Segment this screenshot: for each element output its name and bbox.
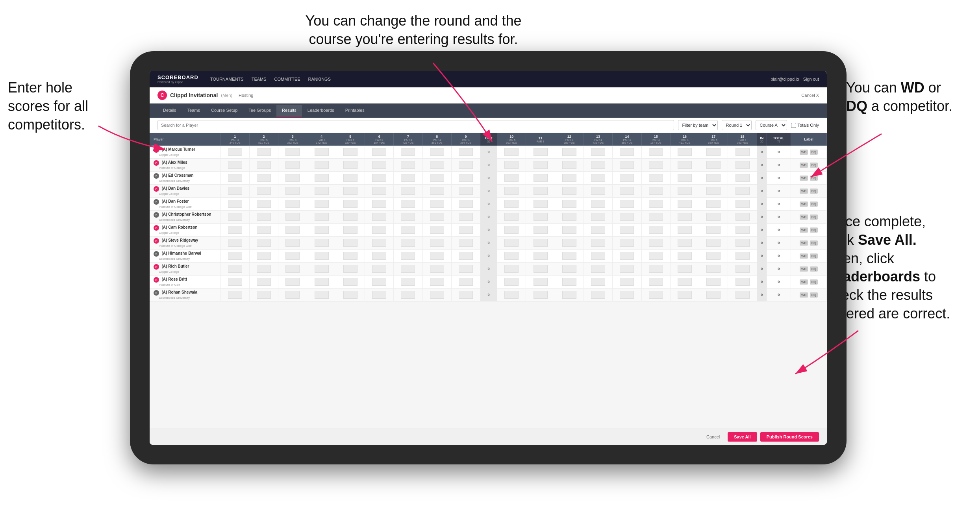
hole-7-input[interactable] <box>401 278 415 286</box>
hole-14-input-cell[interactable] <box>613 185 641 198</box>
hole-13-input[interactable] <box>591 291 605 299</box>
hole-14-input-cell[interactable] <box>613 146 641 159</box>
hole-14-input[interactable] <box>620 148 634 156</box>
hole-6-input[interactable] <box>372 174 386 182</box>
hole-11-input[interactable] <box>534 187 548 195</box>
hole-7-input-cell[interactable] <box>394 288 422 301</box>
hole-15-input-cell[interactable] <box>641 276 670 288</box>
hole-8-input-cell[interactable] <box>422 172 451 185</box>
hole-10-input[interactable] <box>504 148 519 156</box>
hole-8-input[interactable] <box>430 161 444 169</box>
hole-13-input[interactable] <box>591 148 605 156</box>
dq-button[interactable]: DQ <box>810 279 818 285</box>
hole-18-input[interactable] <box>735 148 750 156</box>
hole-4-input[interactable] <box>315 161 329 169</box>
hole-4-input-cell[interactable] <box>307 172 336 185</box>
hole-17-input[interactable] <box>706 200 721 208</box>
hole-16-input-cell[interactable] <box>670 185 699 198</box>
hole-8-input[interactable] <box>430 239 444 247</box>
hole-14-input[interactable] <box>620 161 634 169</box>
hole-10-input-cell[interactable] <box>497 237 526 250</box>
hole-17-input[interactable] <box>706 213 721 221</box>
hole-10-input-cell[interactable] <box>497 172 526 185</box>
hole-10-input[interactable] <box>504 239 519 247</box>
hole-12-input-cell[interactable] <box>555 211 584 224</box>
hole-6-input[interactable] <box>372 161 386 169</box>
hole-2-input-cell[interactable] <box>249 159 278 172</box>
wd-button[interactable]: WD <box>800 240 808 246</box>
hole-14-input-cell[interactable] <box>613 159 641 172</box>
hole-10-input-cell[interactable] <box>497 224 526 237</box>
hole-12-input[interactable] <box>562 278 576 286</box>
hole-1-input-cell[interactable] <box>220 198 249 211</box>
nav-signout[interactable]: Sign out <box>803 77 819 81</box>
hole-7-input[interactable] <box>401 174 415 182</box>
tab-results[interactable]: Results <box>276 105 302 116</box>
hole-9-input[interactable] <box>459 148 473 156</box>
hole-3-input[interactable] <box>285 265 300 273</box>
hole-11-input-cell[interactable] <box>526 288 555 301</box>
round-select[interactable]: Round 1 <box>722 120 752 130</box>
hole-3-input[interactable] <box>285 252 300 260</box>
hole-3-input-cell[interactable] <box>278 237 307 250</box>
hole-9-input[interactable] <box>459 187 473 195</box>
hole-5-input[interactable] <box>343 265 358 273</box>
hole-17-input[interactable] <box>706 252 721 260</box>
hole-10-input[interactable] <box>504 226 519 234</box>
hole-6-input[interactable] <box>372 239 386 247</box>
hole-9-input-cell[interactable] <box>451 159 480 172</box>
hole-5-input-cell[interactable] <box>336 250 365 263</box>
hole-12-input-cell[interactable] <box>555 224 584 237</box>
hole-16-input-cell[interactable] <box>670 146 699 159</box>
hole-8-input-cell[interactable] <box>422 250 451 263</box>
hole-3-input-cell[interactable] <box>278 198 307 211</box>
hole-8-input[interactable] <box>430 200 444 208</box>
hole-5-input-cell[interactable] <box>336 288 365 301</box>
hole-18-input-cell[interactable] <box>728 276 757 288</box>
hole-16-input-cell[interactable] <box>670 224 699 237</box>
hole-3-input[interactable] <box>285 200 300 208</box>
hole-3-input[interactable] <box>285 239 300 247</box>
hole-10-input-cell[interactable] <box>497 185 526 198</box>
hole-6-input[interactable] <box>372 278 386 286</box>
hole-5-input[interactable] <box>343 226 358 234</box>
hole-9-input-cell[interactable] <box>451 250 480 263</box>
hole-7-input[interactable] <box>401 226 415 234</box>
wd-button[interactable]: WD <box>800 292 808 298</box>
hole-13-input[interactable] <box>591 239 605 247</box>
hole-12-input[interactable] <box>562 174 576 182</box>
hole-2-input[interactable] <box>257 200 271 208</box>
hole-8-input-cell[interactable] <box>422 146 451 159</box>
hole-16-input[interactable] <box>678 174 692 182</box>
hole-8-input-cell[interactable] <box>422 263 451 276</box>
hole-10-input-cell[interactable] <box>497 159 526 172</box>
hole-2-input[interactable] <box>257 161 271 169</box>
hole-15-input[interactable] <box>649 213 663 221</box>
hole-13-input-cell[interactable] <box>584 224 612 237</box>
hole-3-input[interactable] <box>285 291 300 299</box>
hole-16-input-cell[interactable] <box>670 237 699 250</box>
hole-18-input[interactable] <box>735 291 750 299</box>
hole-15-input-cell[interactable] <box>641 172 670 185</box>
hole-16-input-cell[interactable] <box>670 211 699 224</box>
hole-12-input-cell[interactable] <box>555 250 584 263</box>
hole-13-input-cell[interactable] <box>584 276 612 288</box>
hole-4-input-cell[interactable] <box>307 146 336 159</box>
hole-15-input-cell[interactable] <box>641 263 670 276</box>
tab-teams[interactable]: Teams <box>182 105 206 116</box>
dq-button[interactable]: DQ <box>810 266 818 272</box>
hole-11-input[interactable] <box>534 161 548 169</box>
hole-6-input-cell[interactable] <box>365 146 393 159</box>
hole-1-input[interactable] <box>228 278 242 286</box>
hole-4-input[interactable] <box>315 252 329 260</box>
hole-14-input-cell[interactable] <box>613 211 641 224</box>
hole-17-input-cell[interactable] <box>699 172 728 185</box>
hole-11-input-cell[interactable] <box>526 263 555 276</box>
tab-details[interactable]: Details <box>157 105 182 116</box>
dq-button[interactable]: DQ <box>810 189 818 194</box>
hole-12-input[interactable] <box>562 291 576 299</box>
hole-5-input[interactable] <box>343 213 358 221</box>
hole-12-input[interactable] <box>562 187 576 195</box>
hole-3-input-cell[interactable] <box>278 159 307 172</box>
hole-1-input-cell[interactable] <box>220 146 249 159</box>
